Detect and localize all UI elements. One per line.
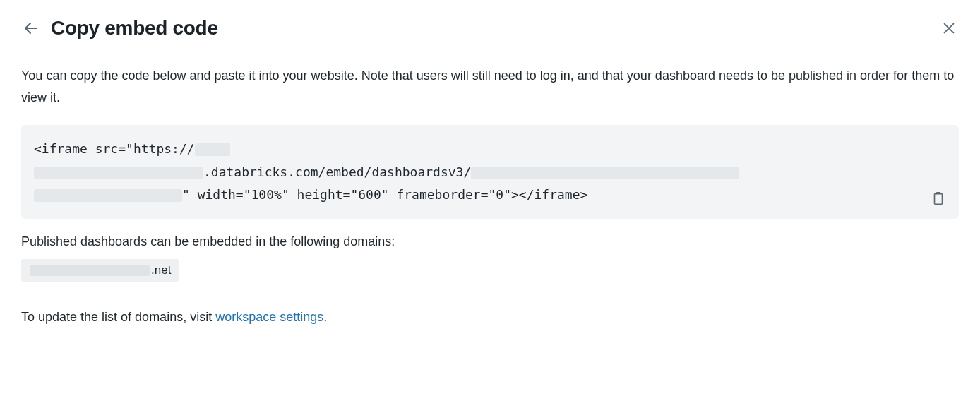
embed-code-block: <iframe src="https:// .databricks.com/em…	[21, 125, 959, 219]
workspace-settings-link[interactable]: workspace settings	[215, 310, 323, 324]
domain-suffix: .net	[151, 263, 171, 277]
code-part-3: " width="100%" height="600" frameborder=…	[182, 187, 587, 202]
back-button[interactable]	[21, 18, 41, 38]
embed-code-dialog: Copy embed code You can copy the code be…	[0, 0, 980, 354]
clipboard-icon	[931, 191, 946, 206]
footer-prefix: To update the list of domains, visit	[21, 310, 215, 324]
svg-rect-3	[935, 194, 943, 205]
allowed-domain-chip: .net	[21, 259, 179, 282]
redacted-domain-prefix	[30, 265, 150, 276]
redacted-dashboard-path	[471, 167, 739, 179]
arrow-left-icon	[23, 20, 40, 37]
dialog-title: Copy embed code	[51, 17, 218, 40]
dialog-header: Copy embed code	[21, 17, 959, 40]
copy-button[interactable]	[931, 191, 948, 208]
close-button[interactable]	[939, 18, 959, 38]
redacted-host-main	[34, 167, 203, 179]
redacted-dashboard-id	[34, 189, 182, 202]
footer-text: To update the list of domains, visit wor…	[21, 310, 959, 325]
domains-intro-text: Published dashboards can be embedded in …	[21, 234, 959, 249]
code-part-1: <iframe src="https://	[34, 141, 195, 156]
description-text: You can copy the code below and paste it…	[21, 65, 959, 108]
footer-suffix: .	[323, 310, 327, 324]
code-part-2: .databricks.com/embed/dashboardsv3/	[203, 164, 471, 179]
redacted-host-prefix	[195, 143, 230, 156]
header-left: Copy embed code	[21, 17, 218, 40]
close-icon	[941, 20, 957, 36]
